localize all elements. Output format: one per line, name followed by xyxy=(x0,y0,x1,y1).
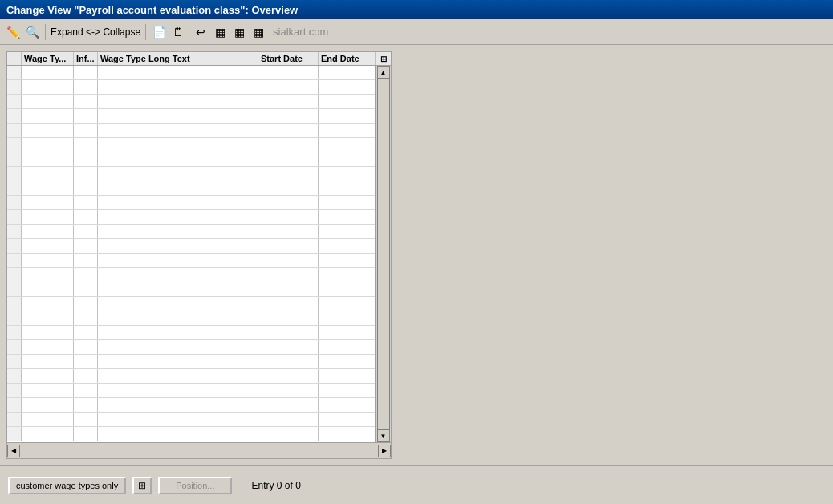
table-row[interactable] xyxy=(7,340,375,355)
scroll-down-btn[interactable]: ▼ xyxy=(377,429,390,442)
row-check-17[interactable] xyxy=(7,311,22,325)
row-check-8[interactable] xyxy=(7,181,22,195)
row-check-20[interactable] xyxy=(7,355,22,368)
save-icon[interactable]: ✏️ xyxy=(5,24,21,40)
col-header-inf: Inf... xyxy=(74,52,98,65)
row-check-13[interactable] xyxy=(7,254,22,267)
row-start-date-18 xyxy=(258,326,319,339)
row-check-18[interactable] xyxy=(7,326,22,339)
row-inf-6 xyxy=(74,152,98,166)
row-start-date-8 xyxy=(258,181,319,195)
table-row[interactable] xyxy=(7,80,375,95)
row-check-16[interactable] xyxy=(7,297,22,311)
delete-icon[interactable]: 🗒 xyxy=(170,24,186,40)
row-check-3[interactable] xyxy=(7,109,22,123)
table-row[interactable] xyxy=(7,181,375,196)
grid3-icon[interactable]: ▦ xyxy=(250,24,266,40)
table-row[interactable] xyxy=(7,254,375,268)
row-check-0[interactable] xyxy=(7,66,22,79)
scroll-up-btn[interactable]: ▲ xyxy=(377,66,390,79)
row-long-text-2 xyxy=(98,95,258,108)
customer-wage-types-btn[interactable]: customer wage types only xyxy=(8,477,126,494)
expand-collapse-btn[interactable]: Expand <-> Collapse xyxy=(51,26,140,38)
row-check-9[interactable] xyxy=(7,196,22,209)
table-row[interactable] xyxy=(7,138,375,152)
row-end-date-5 xyxy=(319,138,375,152)
row-start-date-3 xyxy=(258,109,319,123)
row-start-date-14 xyxy=(258,268,319,282)
position-icon-btn[interactable]: ⊞ xyxy=(132,477,152,494)
copy-icon[interactable]: 📄 xyxy=(151,24,167,40)
horizontal-scrollbar[interactable]: ◀ ▶ xyxy=(7,442,391,458)
row-inf-8 xyxy=(74,181,98,195)
row-start-date-10 xyxy=(258,210,319,224)
col-header-scroll: ⊞ xyxy=(375,52,391,65)
table-row[interactable] xyxy=(7,95,375,109)
table-row[interactable] xyxy=(7,124,375,138)
row-wage-ty-4 xyxy=(22,124,74,137)
col-header-long-text: Wage Type Long Text xyxy=(98,52,258,65)
row-start-date-7 xyxy=(258,167,319,181)
row-end-date-14 xyxy=(319,268,375,282)
table-row[interactable] xyxy=(7,167,375,181)
table-row[interactable] xyxy=(7,398,375,413)
table-row[interactable] xyxy=(7,413,375,427)
table-row[interactable] xyxy=(7,297,375,311)
table-row[interactable] xyxy=(7,268,375,282)
row-check-1[interactable] xyxy=(7,80,22,94)
row-check-5[interactable] xyxy=(7,138,22,152)
row-check-25[interactable] xyxy=(7,427,22,441)
row-check-2[interactable] xyxy=(7,95,22,108)
row-end-date-21 xyxy=(319,369,375,383)
row-end-date-6 xyxy=(319,152,375,166)
row-long-text-9 xyxy=(98,196,258,209)
row-check-11[interactable] xyxy=(7,225,22,238)
undo-icon[interactable]: ↩ xyxy=(193,24,209,40)
table-row[interactable] xyxy=(7,196,375,210)
row-check-19[interactable] xyxy=(7,340,22,354)
row-check-7[interactable] xyxy=(7,167,22,181)
row-end-date-11 xyxy=(319,225,375,238)
table-row[interactable] xyxy=(7,239,375,254)
row-check-14[interactable] xyxy=(7,268,22,282)
row-wage-ty-24 xyxy=(22,413,74,426)
position-btn[interactable]: Position... xyxy=(158,477,232,494)
scroll-left-btn[interactable]: ◀ xyxy=(7,445,20,457)
row-check-10[interactable] xyxy=(7,210,22,224)
table-row[interactable] xyxy=(7,326,375,340)
scroll-right-btn[interactable]: ▶ xyxy=(378,445,391,457)
table-row[interactable] xyxy=(7,109,375,124)
row-check-22[interactable] xyxy=(7,384,22,397)
table-row[interactable] xyxy=(7,427,375,441)
table-row[interactable] xyxy=(7,152,375,167)
table-row[interactable] xyxy=(7,355,375,369)
grid1-icon[interactable]: ▦ xyxy=(212,24,228,40)
row-check-6[interactable] xyxy=(7,152,22,166)
grid2-icon[interactable]: ▦ xyxy=(231,24,247,40)
table-row[interactable] xyxy=(7,210,375,225)
row-check-23[interactable] xyxy=(7,398,22,412)
row-wage-ty-7 xyxy=(22,167,74,181)
row-long-text-12 xyxy=(98,239,258,253)
find-icon[interactable]: 🔍 xyxy=(24,24,40,40)
row-inf-14 xyxy=(74,268,98,282)
col-header-check xyxy=(7,52,22,65)
vertical-scrollbar[interactable]: ▲ ▼ xyxy=(375,66,391,442)
row-check-4[interactable] xyxy=(7,124,22,137)
table-row[interactable] xyxy=(7,369,375,384)
table-row[interactable] xyxy=(7,311,375,326)
row-inf-1 xyxy=(74,80,98,94)
row-check-15[interactable] xyxy=(7,282,22,296)
row-end-date-16 xyxy=(319,297,375,311)
row-check-12[interactable] xyxy=(7,239,22,253)
table-row[interactable] xyxy=(7,282,375,297)
row-wage-ty-20 xyxy=(22,355,74,368)
table-row[interactable] xyxy=(7,225,375,239)
row-check-24[interactable] xyxy=(7,413,22,426)
table-row[interactable] xyxy=(7,66,375,80)
row-wage-ty-5 xyxy=(22,138,74,152)
row-wage-ty-6 xyxy=(22,152,74,166)
table-header: Wage Ty... Inf... Wage Type Long Text St… xyxy=(7,52,391,66)
table-row[interactable] xyxy=(7,384,375,398)
row-check-21[interactable] xyxy=(7,369,22,383)
